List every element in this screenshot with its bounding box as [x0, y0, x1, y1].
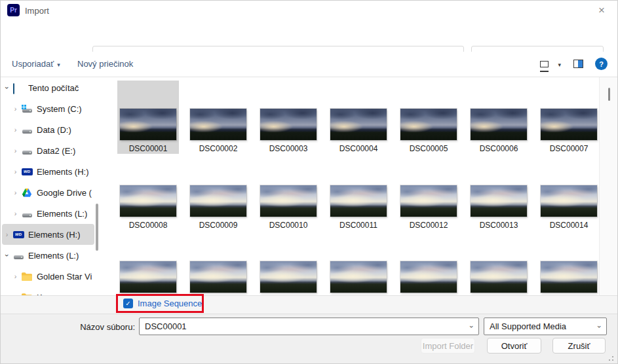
drive-icon: [20, 147, 33, 155]
close-icon[interactable]: ×: [592, 3, 611, 18]
file-item-dsc00006[interactable]: DSC00006: [468, 81, 530, 154]
cancel-button[interactable]: Zrušiť: [552, 338, 606, 354]
sidebar-scrollbar[interactable]: [96, 204, 98, 251]
file-grid-scrollbar-track[interactable]: [599, 77, 617, 295]
filename-label: Názov súboru:: [1, 322, 135, 332]
tree-collapsed-chevron-icon[interactable]: ›: [10, 209, 20, 217]
photo-thumbnail: [541, 185, 597, 217]
photo-thumbnail: [260, 109, 317, 140]
preview-pane-button[interactable]: [573, 60, 583, 70]
view-mode-button[interactable]: [540, 60, 549, 72]
photo-thumbnail: [260, 185, 317, 217]
file-item[interactable]: [468, 233, 530, 295]
file-item[interactable]: [538, 233, 600, 295]
tree-item-label: System (C:): [37, 104, 82, 114]
sidebar-item-elements-l[interactable]: ›Elements (L:): [10, 203, 103, 224]
new-folder-button[interactable]: Nový priečinok: [77, 59, 133, 69]
sidebar-item-golden-star-vi[interactable]: ›Golden Star Vi: [10, 266, 103, 287]
file-name-label: DSC00010: [258, 221, 319, 230]
preview-pane-icon: [573, 60, 583, 68]
drive-icon: [20, 126, 33, 134]
file-item[interactable]: [328, 233, 389, 295]
view-mode-caret-icon[interactable]: ▾: [554, 59, 561, 69]
tree-item-label: Data2 (E:): [37, 146, 75, 156]
file-item-dsc00011[interactable]: DSC00011: [328, 157, 389, 230]
window-title: Import: [25, 6, 49, 16]
file-item-dsc00005[interactable]: DSC00005: [398, 81, 459, 154]
sidebar-item-tento-po-ta[interactable]: ›Tento počítač: [2, 77, 94, 98]
sidebar-item-elements-h[interactable]: ›WDElements (H:): [10, 161, 103, 182]
file-item-dsc00003[interactable]: DSC00003: [258, 81, 319, 154]
image-sequence-checkbox[interactable]: ✓: [123, 299, 133, 308]
file-grid-scrollbar-thumb[interactable]: [608, 88, 610, 101]
file-name-label: DSC00008: [117, 221, 179, 230]
media-filter-value: All Supported Media: [490, 321, 566, 331]
tree-collapsed-chevron-icon[interactable]: ›: [10, 105, 20, 113]
filename-input[interactable]: [145, 321, 471, 331]
tree-collapsed-chevron-icon[interactable]: ›: [10, 189, 20, 196]
file-name-label: DSC00014: [538, 221, 600, 230]
tree-item-label: Google Drive (: [37, 188, 92, 198]
media-filter-select[interactable]: All Supported Media ›: [484, 318, 607, 335]
sidebar-item-elements-l[interactable]: ›Elements (L:): [2, 245, 94, 266]
media-filter-dropdown-icon: ›: [596, 325, 604, 328]
sidebar-item-elements-h[interactable]: ›WDElements (H:): [2, 224, 94, 245]
tree-item-label: Elements (H:): [28, 230, 80, 240]
folder-tree-sidebar: ›Tento počítač›System (C:)›Data (D:)›Dat…: [1, 77, 106, 295]
thumbnail-view-icon: [540, 61, 549, 67]
navigation-bar: ← → › ↑ « Golden Star Video›Zaloha›Timel…: [1, 20, 617, 52]
sidebar-item-data2-e[interactable]: ›Data2 (E:): [10, 140, 103, 161]
file-item-dsc00009[interactable]: DSC00009: [187, 157, 249, 230]
photo-thumbnail: [190, 185, 246, 217]
command-toolbar: Usporiadať▾ Nový priečinok ▾ ?: [1, 52, 617, 77]
image-sequence-annotation: ✓ Image Sequence: [116, 294, 204, 313]
import-folder-button: Import Folder: [421, 338, 475, 354]
sidebar-item-data-d[interactable]: ›Data (D:): [10, 119, 103, 140]
file-item-dsc00008[interactable]: DSC00008: [117, 157, 179, 230]
file-item[interactable]: [117, 233, 179, 295]
tree-expanded-chevron-icon[interactable]: ›: [3, 251, 11, 261]
file-item-dsc00014[interactable]: DSC00014: [538, 157, 600, 230]
tree-collapsed-chevron-icon[interactable]: ›: [10, 272, 20, 280]
tree-expanded-chevron-icon[interactable]: ›: [3, 83, 11, 93]
tree-collapsed-chevron-icon[interactable]: ›: [10, 147, 20, 155]
filename-combobox[interactable]: ›: [139, 318, 479, 335]
photo-thumbnail: [471, 261, 527, 293]
image-sequence-label[interactable]: Image Sequence: [138, 299, 202, 308]
open-button[interactable]: Otvoriť: [487, 338, 541, 354]
photo-thumbnail: [120, 185, 176, 217]
filename-dropdown-icon[interactable]: ›: [468, 325, 476, 328]
sidebar-item-system-c[interactable]: ›System (C:): [10, 98, 103, 119]
tree-collapsed-chevron-icon[interactable]: ›: [2, 230, 12, 238]
tree-item-label: Elements (L:): [28, 251, 79, 261]
file-name-label: DSC00013: [468, 221, 530, 230]
photo-thumbnail: [541, 261, 597, 293]
help-icon[interactable]: ?: [595, 58, 608, 70]
file-item[interactable]: [187, 233, 249, 295]
file-item[interactable]: [398, 233, 459, 295]
file-item-dsc00010[interactable]: DSC00010: [258, 157, 319, 230]
photo-thumbnail: [541, 109, 597, 140]
photo-thumbnail: [120, 109, 176, 140]
sidebar-item-k[interactable]: ›K: [10, 287, 103, 295]
import-dialog-window: Pr Import × ← → › ↑ « Golden Star Video›…: [0, 0, 618, 364]
file-grid: DSC00001DSC00002DSC00003DSC00004DSC00005…: [109, 77, 600, 295]
file-grid-row: DSC00008DSC00009DSC00010DSC00011DSC00012…: [117, 157, 600, 230]
file-item-dsc00002[interactable]: DSC00002: [187, 81, 249, 154]
photo-thumbnail: [190, 261, 246, 293]
tree-collapsed-chevron-icon[interactable]: ›: [10, 126, 20, 134]
file-item-dsc00007[interactable]: DSC00007: [538, 81, 600, 154]
tree-collapsed-chevron-icon[interactable]: ›: [10, 168, 20, 175]
file-name-label: DSC00011: [328, 221, 389, 230]
photo-thumbnail: [120, 261, 176, 293]
file-item-dsc00013[interactable]: DSC00013: [468, 157, 530, 230]
file-item-dsc00001[interactable]: DSC00001: [117, 81, 179, 154]
file-item[interactable]: [258, 233, 319, 295]
file-item-dsc00012[interactable]: DSC00012: [398, 157, 459, 230]
organize-button[interactable]: Usporiadať▾: [12, 59, 60, 69]
file-item-dsc00004[interactable]: DSC00004: [328, 81, 389, 154]
resize-grip[interactable]: [608, 355, 614, 361]
file-grid-row: DSC00001DSC00002DSC00003DSC00004DSC00005…: [117, 81, 600, 154]
file-name-label: DSC00006: [468, 144, 530, 153]
sidebar-item-google-drive[interactable]: ›Google Drive (: [10, 182, 103, 203]
